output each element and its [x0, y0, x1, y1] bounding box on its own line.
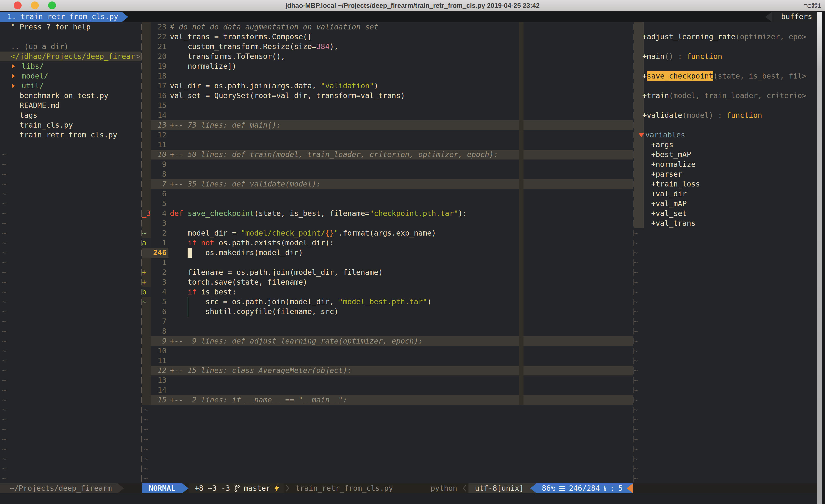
tag-row[interactable]: +main() : function — [633, 52, 821, 61]
code-line[interactable]: 13 — [142, 375, 633, 385]
tag-row[interactable]: +save_checkpoint(state, is_best, fil> — [633, 71, 821, 81]
fold-line[interactable]: 7+-- 35 lines: def validate(model): — [142, 179, 633, 189]
code-line[interactable]: ~5 src = os.path.join(model_dir, "model_… — [142, 297, 633, 307]
code-line[interactable]: 22val_trans = transforms.Compose([ — [142, 32, 633, 42]
code-line[interactable]: 7 — [142, 317, 633, 326]
editor-buffer: 23# do not do data augmentation on valid… — [142, 22, 633, 483]
tag-row[interactable]: +adjust_learning_rate(optimizer, epo> — [633, 32, 821, 42]
code-line[interactable]: 10 — [142, 346, 633, 356]
tree-item[interactable]: " Press ? for help — [0, 22, 141, 32]
tag-row[interactable]: +val_set — [633, 208, 821, 219]
code-line[interactable]: 8 — [142, 326, 633, 336]
powerline-arrow-icon — [182, 483, 189, 493]
tag-row[interactable]: +val_dir — [633, 189, 821, 199]
scrollbar[interactable] — [817, 12, 822, 504]
tree-item[interactable]: README.md — [0, 101, 141, 110]
empty-line-tilde: ~ — [633, 258, 821, 267]
sign-column-cell — [142, 317, 151, 326]
tag-row — [633, 42, 821, 52]
code-line[interactable]: 12 — [142, 130, 633, 140]
empty-line-tilde: ~ — [0, 317, 141, 326]
code-line[interactable]: +3 torch.save(state, filename) — [142, 277, 633, 287]
tag-row[interactable]: +train_loss — [633, 179, 821, 189]
line-number: 20 — [151, 52, 168, 61]
line-number: 17 — [151, 81, 168, 91]
code-line[interactable]: 6 shutil.copyfile(filename, src) — [142, 307, 633, 317]
empty-line-tilde: ~ — [0, 326, 141, 336]
encoding-label: utf-8[unix] — [468, 483, 530, 493]
mode-indicator: NORMAL — [142, 483, 182, 493]
empty-line-tilde: ~ — [0, 356, 141, 365]
code-line[interactable]: 19 normalize]) — [142, 61, 633, 71]
code-line[interactable]: 6 — [142, 189, 633, 199]
code-line[interactable]: 3 — [142, 219, 633, 228]
code-line[interactable]: 11 — [142, 356, 633, 365]
code-line[interactable]: 5 — [142, 199, 633, 208]
sign-column-cell — [142, 71, 151, 81]
position-segment: 86% 246/284 LN : 5 — [536, 483, 626, 493]
tree-item[interactable]: train_cls.py — [0, 120, 141, 130]
empty-line-tilde: ~ — [633, 228, 821, 238]
tag-row[interactable]: +val_mAP — [633, 199, 821, 208]
window-edge — [822, 12, 825, 504]
fold-line[interactable]: 10+-- 50 lines: def train(model, train_l… — [142, 150, 633, 160]
code-line[interactable]: a1 if not os.path.exists(model_dir): — [142, 238, 633, 248]
tag-row[interactable]: +validate(model) : function — [633, 110, 821, 120]
tag-row[interactable]: +args — [633, 140, 821, 150]
code-line[interactable]: _34def save_checkpoint(state, is_best, f… — [142, 208, 633, 219]
tab-train-retr-from-cls[interactable]: 1. train_retr_from_cls.py — [0, 12, 122, 22]
code-line[interactable]: ~2 model_dir = "model/check_point/{}".fo… — [142, 228, 633, 238]
code-line[interactable]: 8 — [142, 169, 633, 179]
tag-row[interactable]: +normalize — [633, 160, 821, 169]
tag-row[interactable]: +val_trans — [633, 219, 821, 228]
code-line[interactable]: 16val_set = QuerySet(root=val_dir, trans… — [142, 91, 633, 101]
line-number: 21 — [151, 42, 168, 52]
tree-item[interactable]: .. (up a dir) — [0, 42, 141, 52]
tree-root-path[interactable]: </jdhao/Projects/deep_firear> — [0, 52, 141, 61]
sign-column-cell: + — [142, 267, 151, 277]
buffers-label[interactable]: buffers — [772, 12, 821, 22]
fold-line[interactable]: 9+-- 9 lines: def adjust_learning_rate(o… — [142, 336, 633, 346]
empty-line-tilde: ~ — [633, 317, 821, 326]
tree-item[interactable]: tags — [0, 110, 141, 120]
sign-column-cell — [142, 42, 151, 52]
tag-row[interactable]: variables — [633, 130, 821, 140]
sign-column-cell — [142, 336, 151, 346]
sign-column-cell: ~ — [142, 228, 151, 238]
code-line[interactable]: 11 — [142, 140, 633, 150]
fold-line[interactable]: 13+-- 73 lines: def main(): — [142, 120, 633, 130]
fold-line[interactable]: 15+-- 2 lines: if __name__ == "__main__"… — [142, 395, 633, 405]
empty-line-tilde: ~ — [633, 444, 821, 454]
tag-row[interactable]: +parser — [633, 169, 821, 179]
code-line[interactable]: 14 — [142, 110, 633, 120]
code-line[interactable]: 1 — [142, 258, 633, 267]
code-line[interactable]: 9 — [142, 160, 633, 169]
tree-item[interactable]: model/ — [0, 71, 141, 81]
code-line[interactable]: 20 transforms.ToTensor(), — [142, 52, 633, 61]
code-line[interactable]: 15 — [142, 101, 633, 110]
line-number: 8 — [151, 326, 168, 336]
empty-line-tilde: ~ — [633, 297, 821, 307]
git-segment: +8 ~3 -3 master — [189, 483, 284, 493]
code-line[interactable]: b4 if is_best: — [142, 287, 633, 297]
tag-row[interactable]: +best_mAP — [633, 150, 821, 160]
tree-item[interactable]: util/ — [0, 81, 141, 91]
fold-line[interactable]: 12+-- 15 lines: class AverageMeter(objec… — [142, 365, 633, 375]
empty-line-tilde: ~ — [633, 454, 821, 464]
tree-item[interactable]: train_retr_from_cls.py — [0, 130, 141, 140]
tree-item[interactable]: libs/ — [0, 61, 141, 71]
code-line[interactable]: 23# do not do data augmentation on valid… — [142, 22, 633, 32]
empty-line-tilde: ~ — [0, 454, 141, 464]
tag-row[interactable]: +train(model, train_loader, criterio> — [633, 91, 821, 101]
cursor-line[interactable]: 246 os.makedirs(model_dir) — [142, 248, 633, 258]
code-line[interactable]: 21 custom_transform.Resize(size=384), — [142, 42, 633, 52]
code-line[interactable]: 17val_dir = os.path.join(args.data, "val… — [142, 81, 633, 91]
tag-row — [633, 22, 821, 32]
code-line[interactable]: 14 — [142, 385, 633, 395]
empty-line-tilde: ~ — [633, 434, 821, 444]
tree-item[interactable]: benchmark_on_test.py — [0, 91, 141, 101]
code-line[interactable]: +2 filename = os.path.join(model_dir, fi… — [142, 267, 633, 277]
sign-column-cell — [142, 32, 151, 42]
code-line[interactable]: 18 — [142, 71, 633, 81]
empty-line-tilde: ~ — [0, 179, 141, 189]
